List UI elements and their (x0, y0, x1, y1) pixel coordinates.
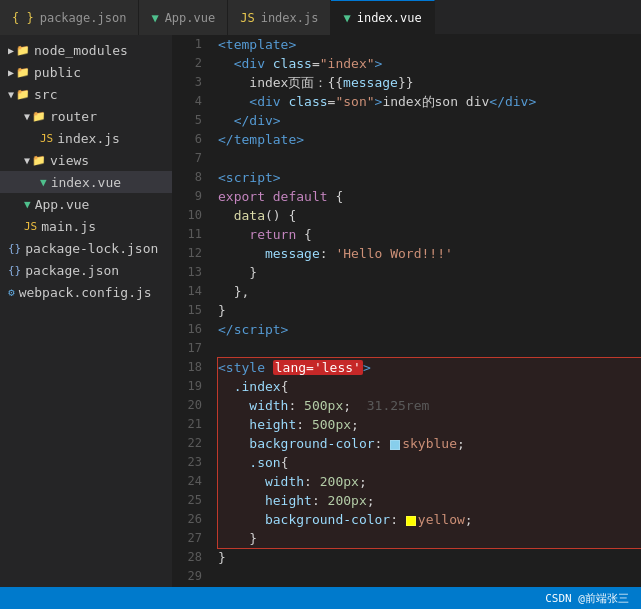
js-icon: JS (240, 11, 254, 25)
tab-index-js[interactable]: JS index.js (228, 0, 331, 35)
tab-label: package.json (40, 11, 127, 25)
ln27: 27 (172, 529, 202, 548)
ln13: 13 (172, 263, 202, 282)
sidebar-label: router (50, 109, 97, 124)
sidebar-item-webpack[interactable]: ⚙ webpack.config.js (0, 281, 172, 303)
code-line-1: <template> (218, 35, 641, 54)
folder-icon: 📁 (32, 154, 46, 167)
sidebar-item-src[interactable]: ▼ 📁 src (0, 83, 172, 105)
code-area: <template> <div class="index"> index页面：{… (210, 35, 641, 587)
ln21: 21 (172, 415, 202, 434)
ln29: 29 (172, 567, 202, 586)
code-line-10: data() { (218, 206, 641, 225)
ln12: 12 (172, 244, 202, 263)
sidebar-label: node_modules (34, 43, 128, 58)
sidebar-label: index.vue (51, 175, 121, 190)
vue-icon: ▼ (151, 11, 158, 25)
folder-icon: 📁 (16, 88, 30, 101)
code-line-8: <script> (218, 168, 641, 187)
code-line-21: height: 500px; (218, 415, 641, 434)
tab-label: index.js (261, 11, 319, 25)
arrow-icon: ▼ (24, 111, 30, 122)
code-line-18: <style lang='less'> (218, 358, 641, 377)
vue-file-icon: ▼ (24, 198, 31, 211)
code-line-4: <div class="son">index的son div</div> (218, 92, 641, 111)
ln25: 25 (172, 491, 202, 510)
code-line-19: .index{ (218, 377, 641, 396)
ln26: 26 (172, 510, 202, 529)
ln4: 4 (172, 92, 202, 111)
sidebar-label: main.js (41, 219, 96, 234)
code-line-12: message: 'Hello Word!!!' (218, 244, 641, 263)
code-line-20: width: 500px; 31.25rem (218, 396, 641, 415)
vue-file-icon: ▼ (40, 176, 47, 189)
ln24: 24 (172, 472, 202, 491)
status-text: CSDN @前端张三 (545, 591, 629, 606)
tab-app-vue[interactable]: ▼ App.vue (139, 0, 228, 35)
code-line-22: background-color: skyblue; (218, 434, 641, 453)
code-line-13: } (218, 263, 641, 282)
sidebar-item-package-lock[interactable]: {} package-lock.json (0, 237, 172, 259)
editor-content: 1 2 3 4 5 6 7 8 9 10 11 12 13 14 15 16 1… (172, 35, 641, 587)
sidebar-item-node_modules[interactable]: ▶ 📁 node_modules (0, 39, 172, 61)
sidebar-item-views[interactable]: ▼ 📁 views (0, 149, 172, 171)
ln3: 3 (172, 73, 202, 92)
ln16: 16 (172, 320, 202, 339)
ln14: 14 (172, 282, 202, 301)
folder-icon: 📁 (16, 44, 30, 57)
sidebar-item-package-json[interactable]: {} package.json (0, 259, 172, 281)
code-line-11: return { (218, 225, 641, 244)
code-line-5: </div> (218, 111, 641, 130)
ln20: 20 (172, 396, 202, 415)
ln9: 9 (172, 187, 202, 206)
tab-label: App.vue (165, 11, 216, 25)
code-line-25: height: 200px; (218, 491, 641, 510)
sidebar-item-router[interactable]: ▼ 📁 router (0, 105, 172, 127)
tab-index-vue[interactable]: ▼ index.vue (331, 0, 434, 35)
tab-package-json[interactable]: { } package.json (0, 0, 139, 35)
ln28: 28 (172, 548, 202, 567)
code-line-2: <div class="index"> (218, 54, 641, 73)
code-editor[interactable]: 1 2 3 4 5 6 7 8 9 10 11 12 13 14 15 16 1… (172, 35, 641, 587)
sidebar-label: package-lock.json (25, 241, 158, 256)
ln18: 18 (172, 358, 202, 377)
json-icon: { } (12, 11, 34, 25)
sidebar-item-main-js[interactable]: JS main.js (0, 215, 172, 237)
sidebar-item-public[interactable]: ▶ 📁 public (0, 61, 172, 83)
ln17: 17 (172, 339, 202, 358)
json-file-icon: {} (8, 242, 21, 255)
vue-icon-active: ▼ (343, 11, 350, 25)
ln6: 6 (172, 130, 202, 149)
sidebar-label: index.js (57, 131, 120, 146)
arrow-icon: ▼ (8, 89, 14, 100)
status-bar: CSDN @前端张三 (0, 587, 641, 609)
ln19: 19 (172, 377, 202, 396)
code-line-16: </script> (218, 320, 641, 339)
code-line-26: background-color: yellow; (218, 510, 641, 529)
folder-icon: 📁 (16, 66, 30, 79)
sidebar-item-index-vue[interactable]: ▼ index.vue (0, 171, 172, 193)
sidebar-label: public (34, 65, 81, 80)
code-line-7 (218, 149, 641, 168)
ln1: 1 (172, 35, 202, 54)
js-file-icon: JS (40, 132, 53, 145)
ln11: 11 (172, 225, 202, 244)
tab-bar: { } package.json ▼ App.vue JS index.js ▼… (0, 0, 641, 35)
code-line-15: } (218, 301, 641, 320)
ln15: 15 (172, 301, 202, 320)
webpack-file-icon: ⚙ (8, 286, 15, 299)
sidebar-label: views (50, 153, 89, 168)
line-numbers: 1 2 3 4 5 6 7 8 9 10 11 12 13 14 15 16 1… (172, 35, 210, 587)
sidebar-item-index-js[interactable]: JS index.js (0, 127, 172, 149)
arrow-icon: ▶ (8, 67, 14, 78)
code-line-17 (218, 339, 641, 358)
sidebar-item-app-vue[interactable]: ▼ App.vue (0, 193, 172, 215)
ln8: 8 (172, 168, 202, 187)
ln2: 2 (172, 54, 202, 73)
main-area: ▶ 📁 node_modules ▶ 📁 public ▼ 📁 src ▼ 📁 … (0, 35, 641, 587)
folder-icon: 📁 (32, 110, 46, 123)
code-line-28: } (218, 548, 641, 567)
sidebar-label: App.vue (35, 197, 90, 212)
sidebar-label: webpack.config.js (19, 285, 152, 300)
code-line-23: .son{ (218, 453, 641, 472)
